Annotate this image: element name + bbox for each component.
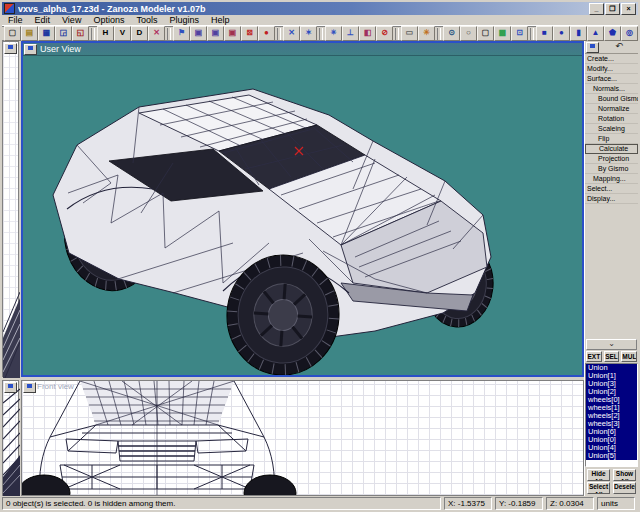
object-list-item[interactable]: Union xyxy=(586,364,637,372)
wire-display-button[interactable]: ○ xyxy=(460,26,477,41)
window-title: vxvs_alpha_17.z3d - Zanoza Modeler v1.07… xyxy=(18,4,588,14)
panel-item-select[interactable]: Select... xyxy=(585,184,638,194)
panel-item-calculate[interactable]: Calculate xyxy=(585,144,638,154)
viewport-layout-button[interactable]: ⊡ xyxy=(511,26,528,41)
panel-item-by-gismo[interactable]: By Gismo xyxy=(585,164,638,174)
solid-display-button[interactable]: ▢ xyxy=(477,26,494,41)
disable-tool-button[interactable]: ⊘ xyxy=(376,26,393,41)
object-list-item[interactable]: Union[1] xyxy=(586,372,637,380)
object-list-item[interactable]: wheels[3] xyxy=(586,420,637,428)
mul-button[interactable]: MUL xyxy=(621,351,637,362)
restore-button[interactable]: ❐ xyxy=(605,3,620,15)
zoom-tool-icon: ⊙ xyxy=(448,28,455,37)
cylinder-primitive-button[interactable]: ▮ xyxy=(570,26,587,41)
object-list-item[interactable]: Union[2] xyxy=(586,388,637,396)
textured-display-button[interactable]: ▩ xyxy=(494,26,511,41)
pinwheel-tool-button[interactable]: ✴ xyxy=(325,26,342,41)
toggle-d-icon: D xyxy=(137,28,143,37)
object-list-item[interactable]: Union[5] xyxy=(586,452,637,460)
panel-item-surface[interactable]: Surface... xyxy=(585,74,638,84)
object-list-item[interactable]: Union[4] xyxy=(586,444,637,452)
object-list-item[interactable]: wheels[1] xyxy=(586,404,637,412)
export-button[interactable]: ◱ xyxy=(72,26,89,41)
viewport-menu-button[interactable] xyxy=(4,382,17,393)
object-list-item[interactable]: wheels[2] xyxy=(586,412,637,420)
left-viewport-strip-bottom[interactable] xyxy=(2,380,19,496)
menu-tools[interactable]: Tools xyxy=(130,15,163,26)
toggle-v-button[interactable]: V xyxy=(114,26,131,41)
select-flag-button[interactable]: ⚑ xyxy=(173,26,190,41)
object-list[interactable]: UnionUnion[1]Union[3]Union[2]wheels[0]wh… xyxy=(585,363,638,467)
menu-edit[interactable]: Edit xyxy=(29,15,57,26)
cone-primitive-button[interactable]: ▲ xyxy=(587,26,604,41)
toggle-h-button[interactable]: H xyxy=(97,26,114,41)
sphere-primitive-button[interactable]: ● xyxy=(553,26,570,41)
cylinder-primitive-icon: ▮ xyxy=(576,28,580,37)
toggle-d-button[interactable]: D xyxy=(131,26,148,41)
import-button[interactable]: ◲ xyxy=(55,26,72,41)
radial-select-button[interactable]: ☀ xyxy=(418,26,435,41)
panel-item-normals[interactable]: Normals... xyxy=(585,84,638,94)
left-viewport-strip-top[interactable] xyxy=(2,41,19,377)
faces-mode-button[interactable]: ▣ xyxy=(224,26,241,41)
zoom-tool-button[interactable]: ⊙ xyxy=(443,26,460,41)
object-list-item[interactable]: Union[3] xyxy=(586,380,637,388)
menu-file[interactable]: File xyxy=(2,15,29,26)
mirror-tool-button[interactable]: ◧ xyxy=(359,26,376,41)
save-file-button[interactable]: ▦ xyxy=(38,26,55,41)
command-panel: ↶ Create...Modify...Surface...Normals...… xyxy=(584,41,638,496)
edges-mode-icon: ▣ xyxy=(212,28,220,37)
open-file-button[interactable]: ▤ xyxy=(21,26,38,41)
panel-menu-button[interactable] xyxy=(586,42,599,53)
panel-collapse-button[interactable]: ⌄ xyxy=(586,339,637,350)
viewport-menu-button[interactable] xyxy=(24,44,37,55)
axes-toggle-button[interactable]: ✕ xyxy=(148,26,165,41)
user-view-viewport[interactable]: User View xyxy=(21,41,584,377)
panel-item-rotation[interactable]: Rotation xyxy=(585,114,638,124)
minimize-button[interactable]: _ xyxy=(589,3,604,15)
vertices-mode-button[interactable]: ▣ xyxy=(190,26,207,41)
menu-view[interactable]: View xyxy=(56,15,87,26)
panel-item-bound-gismo[interactable]: Bound Gismo xyxy=(585,94,638,104)
rect-select-button[interactable]: ▭ xyxy=(401,26,418,41)
menu-help[interactable]: Help xyxy=(205,15,236,26)
user-view-titlebar[interactable]: User View xyxy=(23,43,582,56)
viewport-menu-button[interactable] xyxy=(23,382,36,393)
disc-primitive-button[interactable]: ⬟ xyxy=(604,26,621,41)
panel-item-projection[interactable]: Projection xyxy=(585,154,638,164)
panel-item-scaleing[interactable]: Scaleing xyxy=(585,124,638,134)
sel-button[interactable]: SEL xyxy=(604,351,620,362)
edges-mode-button[interactable]: ▣ xyxy=(207,26,224,41)
front-view-viewport[interactable]: Front view xyxy=(21,380,584,496)
panel-item-mapping[interactable]: Mapping... xyxy=(585,174,638,184)
objects-mode-button[interactable]: ⊠ xyxy=(241,26,258,41)
cut-tool-button[interactable]: ✕ xyxy=(283,26,300,41)
ext-button[interactable]: EXT xyxy=(586,351,602,362)
panel-item-flip[interactable]: Flip xyxy=(585,134,638,144)
object-list-item[interactable]: Union[6] xyxy=(586,428,637,436)
panel-item-create[interactable]: Create... xyxy=(585,54,638,64)
box-primitive-button[interactable]: ■ xyxy=(536,26,553,41)
panel-item-modify[interactable]: Modify... xyxy=(585,64,638,74)
panel-item-display[interactable]: Display... xyxy=(585,194,638,204)
back-arrow-icon: ↶ xyxy=(615,41,623,51)
menu-plugins[interactable]: Plugins xyxy=(163,15,205,26)
star-tool-button[interactable]: ✶ xyxy=(300,26,317,41)
new-file-button[interactable]: ▢ xyxy=(4,26,21,41)
select-all-button[interactable]: Select All xyxy=(587,482,610,494)
object-list-item[interactable]: Union[0] xyxy=(586,436,637,444)
object-list-item[interactable]: wheels[0] xyxy=(586,396,637,404)
torus-primitive-button[interactable]: ◎ xyxy=(621,26,638,41)
menu-options[interactable]: Options xyxy=(87,15,130,26)
hide-all-button[interactable]: Hide All xyxy=(587,469,610,481)
axes-tool-button[interactable]: ⊥ xyxy=(342,26,359,41)
show-all-button[interactable]: Show All xyxy=(613,469,636,481)
deselect-button[interactable]: Deselect xyxy=(613,482,636,494)
mirror-tool-icon: ◧ xyxy=(364,28,372,37)
panel-back-button[interactable]: ↶ xyxy=(600,41,638,53)
select-flag-icon: ⚑ xyxy=(178,28,185,37)
close-button[interactable]: × xyxy=(621,3,636,15)
panel-item-normalize[interactable]: Normalize xyxy=(585,104,638,114)
viewport-menu-button[interactable] xyxy=(4,43,17,54)
render-sphere-button[interactable]: ● xyxy=(258,26,275,41)
